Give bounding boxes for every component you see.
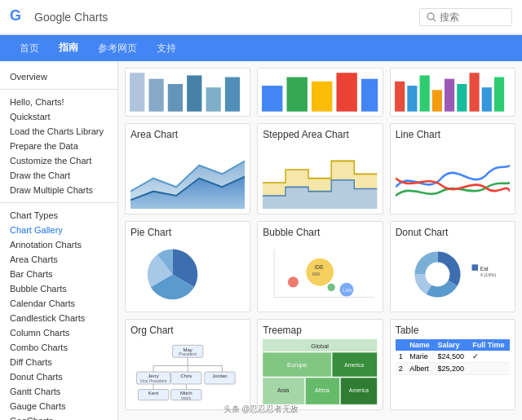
table-cell-ft: ✓ [469, 351, 510, 363]
chart-card-line[interactable]: Line Chart [390, 123, 515, 214]
top-card-1[interactable] [125, 68, 250, 117]
nav-item-home[interactable]: 首页 [10, 35, 49, 62]
sidebar-item-candlestick[interactable]: Candlestick Charts [0, 311, 117, 325]
table-preview: Name Salary Full Time 1 Marie $24,500 ✓ [396, 339, 510, 375]
chart-preview-area [130, 144, 245, 209]
svg-text:Asia: Asia [277, 387, 290, 394]
top-partial-row [125, 68, 515, 117]
sidebar-item-prepare[interactable]: Prepare the Data [0, 139, 117, 153]
sidebar-item-calendar[interactable]: Calendar Charts [0, 296, 117, 311]
sidebar-item-area[interactable]: Area Charts [0, 252, 117, 267]
table-cell-salary: $24,500 [435, 351, 470, 363]
svg-text:4 (19%): 4 (19%) [480, 272, 496, 277]
svg-rect-3 [130, 73, 144, 111]
chart-card-table[interactable]: Table Name Salary Full Time [390, 319, 515, 410]
svg-point-34 [288, 276, 299, 287]
svg-rect-37 [471, 264, 477, 270]
header-left: G Google Charts [10, 7, 108, 28]
svg-rect-13 [361, 79, 378, 112]
sidebar-item-draw-multiple[interactable]: Draw Multiple Charts [0, 183, 117, 197]
top-card-3[interactable] [390, 68, 515, 117]
table-cell-name: Albert [406, 363, 434, 375]
sidebar-item-bar[interactable]: Bar Charts [0, 267, 117, 281]
sidebar-item-diff[interactable]: Diff Charts [0, 355, 117, 369]
sidebar-item-gantt[interactable]: Gantt Charts [0, 384, 117, 399]
sidebar-item-bubble[interactable]: Bubble Charts [0, 281, 117, 296]
chart-card-pie[interactable]: Pie Chart [125, 221, 250, 312]
sidebar-item-load[interactable]: Load the Charts Library [0, 124, 117, 139]
svg-text:Chris: Chris [180, 373, 192, 378]
svg-rect-16 [419, 75, 429, 111]
svg-text:Kent: Kent [148, 390, 159, 396]
table-header-name: Name [406, 339, 434, 351]
svg-text:IDE: IDE [315, 264, 325, 270]
svg-text:America: America [345, 362, 365, 368]
app-title: Google Charts [34, 11, 108, 24]
svg-rect-6 [187, 75, 201, 111]
watermark: 头条 @忍忍忍者无敌 [0, 404, 522, 415]
svg-text:Europe: Europe [287, 361, 307, 369]
svg-text:Global: Global [312, 343, 330, 350]
sidebar-item-column[interactable]: Column Charts [0, 325, 117, 340]
main-content: Area Chart [118, 61, 522, 420]
chart-preview-line [396, 144, 510, 209]
table-header-salary: Salary [435, 339, 470, 351]
svg-text:America: America [349, 387, 369, 393]
sidebar-item-donut[interactable]: Donut Charts [0, 369, 117, 384]
chart-card-bubble[interactable]: Bubble Chart IDE 600 LAN [257, 221, 383, 312]
chart-title-bubble: Bubble Chart [263, 227, 377, 238]
svg-text:Jordan: Jordan [212, 373, 228, 378]
sidebar-item-overview[interactable]: Overview [0, 69, 117, 84]
sidebar-item-chart-types[interactable]: Chart Types [0, 208, 117, 223]
svg-rect-12 [337, 73, 357, 111]
svg-rect-22 [494, 77, 504, 112]
chart-gallery-grid: Area Chart [125, 123, 515, 410]
chart-title-table: Table [396, 325, 510, 336]
svg-text:LAN: LAN [343, 288, 352, 293]
chart-card-org[interactable]: Org Chart May President [125, 319, 250, 410]
chart-preview-org: May President Jerry Vice President [130, 339, 245, 405]
content-area: Overview Hello, Charts! Quickstart Load … [0, 61, 522, 420]
sidebar-item-draw[interactable]: Draw the Chart [0, 168, 117, 183]
sidebar-item-combo[interactable]: Combo Charts [0, 340, 117, 355]
chart-card-area[interactable]: Area Chart [125, 123, 250, 214]
sidebar-item-customize[interactable]: Customize the Chart [0, 153, 117, 168]
chart-card-stepped[interactable]: Stepped Area Chart [257, 123, 383, 214]
chart-card-donut[interactable]: Donut Chart Eat 4 (19%) [390, 221, 515, 312]
sidebar-item-hello[interactable]: Hello, Charts! [0, 95, 117, 109]
sidebar-item-chart-gallery[interactable]: Chart Gallery [0, 223, 117, 237]
nav-item-reference[interactable]: 参考网页 [88, 35, 147, 62]
svg-rect-7 [206, 87, 221, 112]
svg-line-2 [433, 19, 436, 21]
svg-rect-10 [287, 77, 307, 112]
chart-preview-bubble: IDE 600 LAN [263, 241, 377, 307]
svg-rect-5 [168, 84, 183, 112]
svg-text:Africa: Africa [315, 387, 330, 394]
svg-text:G: G [10, 7, 21, 24]
chart-title-pie: Pie Chart [130, 227, 245, 238]
svg-rect-9 [262, 86, 282, 112]
chart-preview-stepped [263, 144, 377, 209]
nav-item-support[interactable]: 支持 [147, 35, 186, 62]
sidebar-item-annotation[interactable]: Annotation Charts [0, 237, 117, 252]
search-box[interactable] [419, 8, 512, 26]
chart-card-treemap[interactable]: Treemap Global Europe America [257, 319, 383, 410]
chart-title-treemap: Treemap [263, 325, 377, 336]
sidebar-item-quickstart[interactable]: Quickstart [0, 109, 117, 124]
chart-preview-donut: Eat 4 (19%) [396, 241, 510, 307]
table-cell-num: 1 [396, 351, 407, 363]
table-row: 2 Albert $25,200 [396, 363, 510, 375]
svg-rect-18 [445, 79, 454, 112]
nav-item-guide[interactable]: 指南 [49, 34, 88, 63]
table-header-num [396, 339, 407, 351]
chart-preview-table: Name Salary Full Time 1 Marie $24,500 ✓ [396, 339, 510, 405]
navigation: 首页 指南 参考网页 支持 [0, 35, 522, 61]
table-cell-name: Marie [406, 351, 434, 363]
svg-point-1 [427, 13, 434, 20]
svg-rect-15 [407, 86, 417, 112]
top-card-2[interactable] [257, 68, 383, 117]
svg-rect-8 [225, 77, 240, 112]
svg-rect-21 [481, 87, 491, 112]
chart-title-area: Area Chart [130, 129, 245, 140]
search-input[interactable] [440, 11, 505, 23]
